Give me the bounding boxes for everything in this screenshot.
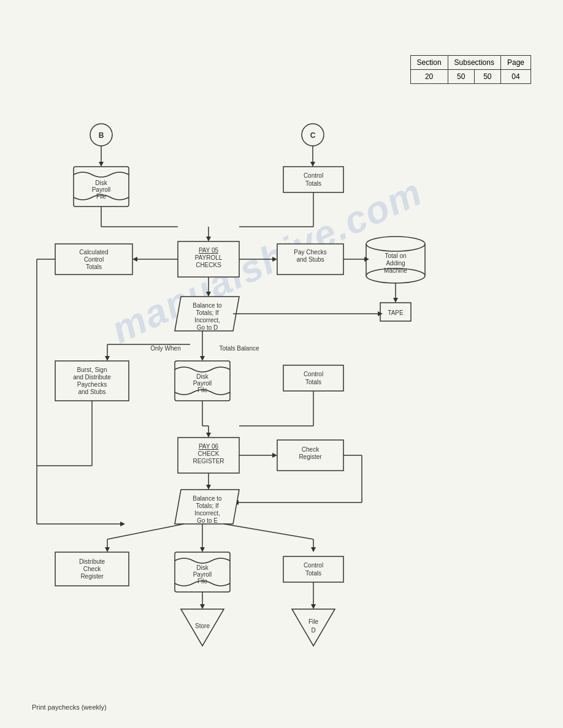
section-val: 20 bbox=[410, 70, 448, 84]
subsections-val2: 50 bbox=[474, 70, 500, 84]
svg-text:Disk: Disk bbox=[196, 373, 209, 380]
page-header: Page bbox=[500, 56, 530, 70]
svg-rect-124 bbox=[283, 556, 343, 582]
svg-marker-26 bbox=[132, 257, 137, 262]
svg-marker-36 bbox=[272, 257, 277, 262]
svg-text:Totals: Totals bbox=[86, 264, 102, 270]
caption: Print paychecks (weekly) bbox=[32, 703, 107, 711]
svg-text:Total on: Total on bbox=[385, 252, 406, 259]
svg-marker-93 bbox=[272, 453, 277, 458]
svg-marker-61 bbox=[378, 311, 383, 316]
svg-text:Payroll: Payroll bbox=[193, 380, 212, 387]
svg-marker-133 bbox=[292, 609, 335, 646]
svg-marker-128 bbox=[200, 604, 205, 609]
svg-text:Go to D: Go to D bbox=[197, 324, 218, 331]
svg-text:Payroll: Payroll bbox=[193, 571, 212, 578]
svg-line-113 bbox=[224, 524, 313, 539]
svg-rect-37 bbox=[277, 244, 343, 275]
svg-rect-12 bbox=[283, 167, 343, 192]
svg-text:Control: Control bbox=[304, 172, 323, 179]
svg-text:Disk: Disk bbox=[196, 564, 209, 571]
svg-marker-68 bbox=[105, 356, 110, 361]
svg-text:Incorrect,: Incorrect, bbox=[194, 317, 220, 324]
svg-marker-112 bbox=[200, 547, 205, 552]
svg-text:Go to E: Go to E bbox=[197, 517, 218, 524]
svg-marker-54 bbox=[206, 292, 211, 297]
svg-text:and Stubs: and Stubs bbox=[296, 256, 324, 263]
svg-text:B: B bbox=[99, 131, 104, 140]
svg-text:Totals: Totals bbox=[305, 570, 321, 577]
svg-rect-120 bbox=[175, 552, 230, 592]
svg-text:File: File bbox=[197, 578, 208, 585]
section-header: Section bbox=[410, 56, 448, 70]
svg-text:Totals: Totals bbox=[305, 379, 321, 385]
svg-text:CHECKS: CHECKS bbox=[196, 262, 221, 268]
svg-marker-110 bbox=[105, 547, 110, 552]
svg-rect-21 bbox=[178, 241, 239, 277]
svg-text:CHECK: CHECK bbox=[197, 450, 219, 457]
svg-rect-116 bbox=[55, 552, 129, 586]
svg-text:Check: Check bbox=[302, 446, 320, 453]
svg-text:and Stubs: and Stubs bbox=[78, 389, 105, 395]
svg-rect-94 bbox=[277, 440, 343, 471]
svg-text:Burst, Sign: Burst, Sign bbox=[77, 366, 107, 373]
svg-text:Check: Check bbox=[83, 566, 101, 572]
svg-text:File: File bbox=[308, 618, 319, 625]
svg-text:Totals; If: Totals; If bbox=[196, 309, 218, 316]
svg-text:and Distribute: and Distribute bbox=[73, 374, 111, 381]
page-val: 04 bbox=[500, 70, 530, 84]
svg-marker-115 bbox=[311, 547, 316, 552]
svg-text:Control: Control bbox=[304, 371, 323, 377]
svg-text:File: File bbox=[197, 387, 208, 393]
svg-marker-65 bbox=[200, 356, 205, 361]
svg-text:Disk: Disk bbox=[95, 180, 107, 186]
svg-text:REGISTER: REGISTER bbox=[193, 458, 224, 464]
svg-text:Totals Balance: Totals Balance bbox=[219, 345, 259, 352]
svg-marker-50 bbox=[393, 298, 398, 303]
svg-marker-34 bbox=[120, 521, 125, 526]
svg-point-0 bbox=[90, 124, 112, 146]
svg-marker-11 bbox=[310, 162, 315, 167]
page: Section Subsections Page 20 50 50 04 man… bbox=[0, 0, 563, 728]
svg-text:Incorrect,: Incorrect, bbox=[194, 510, 220, 517]
svg-text:Calculated: Calculated bbox=[79, 249, 108, 256]
svg-text:Machine: Machine bbox=[384, 267, 407, 274]
svg-text:Register: Register bbox=[80, 573, 104, 580]
svg-rect-88 bbox=[178, 438, 239, 473]
svg-rect-6 bbox=[74, 167, 129, 207]
svg-text:PAY 05: PAY 05 bbox=[199, 247, 219, 254]
svg-text:TAPE: TAPE bbox=[388, 309, 404, 316]
svg-text:Control: Control bbox=[304, 562, 323, 569]
svg-text:Distribute: Distribute bbox=[79, 558, 105, 565]
svg-point-2 bbox=[302, 124, 324, 146]
svg-text:Balance to: Balance to bbox=[193, 302, 222, 309]
svg-point-42 bbox=[366, 237, 425, 251]
svg-marker-5 bbox=[99, 162, 104, 167]
svg-marker-129 bbox=[181, 609, 224, 646]
svg-rect-51 bbox=[380, 303, 411, 321]
subsections-header: Subsections bbox=[448, 56, 500, 70]
svg-rect-69 bbox=[55, 361, 129, 401]
svg-text:Payroll: Payroll bbox=[92, 186, 111, 193]
svg-marker-100 bbox=[234, 500, 239, 505]
svg-line-108 bbox=[107, 524, 184, 539]
svg-rect-27 bbox=[55, 244, 132, 275]
svg-text:Adding: Adding bbox=[386, 260, 405, 267]
svg-text:PAY 06: PAY 06 bbox=[199, 443, 219, 450]
svg-rect-79 bbox=[283, 365, 343, 391]
svg-text:PAYROLL: PAYROLL bbox=[195, 254, 223, 261]
header-table: Section Subsections Page 20 50 50 04 bbox=[410, 55, 531, 84]
svg-marker-20 bbox=[206, 237, 211, 241]
svg-point-45 bbox=[366, 268, 425, 283]
svg-text:File: File bbox=[96, 193, 107, 200]
svg-text:Totals; If: Totals; If bbox=[196, 502, 218, 509]
watermark: manuálshive.com bbox=[105, 170, 429, 352]
svg-text:Store: Store bbox=[195, 623, 210, 629]
svg-marker-55 bbox=[175, 297, 239, 331]
svg-text:Register: Register bbox=[299, 453, 322, 460]
svg-text:Only When: Only When bbox=[150, 345, 180, 352]
svg-text:C: C bbox=[310, 131, 316, 140]
svg-marker-132 bbox=[311, 604, 316, 609]
flowchart-svg: B C Disk Payroll File Control Totals bbox=[0, 0, 563, 728]
svg-text:Control: Control bbox=[84, 256, 104, 263]
